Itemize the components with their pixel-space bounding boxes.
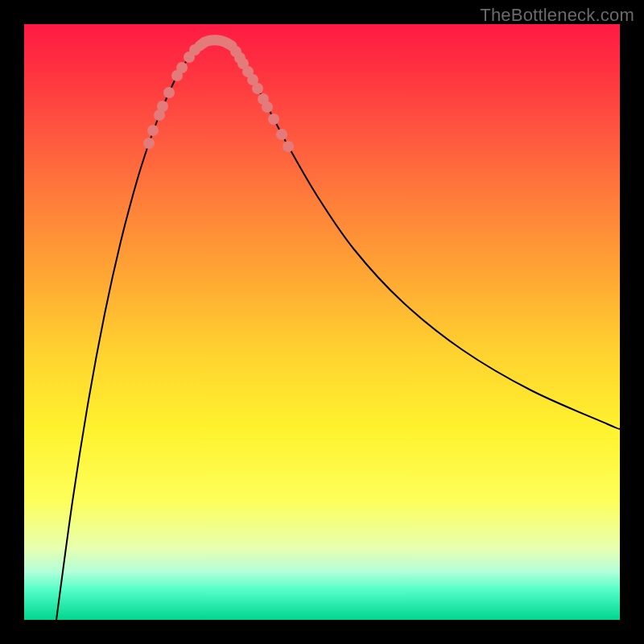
data-dot [176, 62, 188, 73]
data-dot [283, 141, 294, 152]
data-dot [163, 87, 175, 98]
data-dot [157, 101, 168, 112]
bottleneck-curve-chart [24, 24, 620, 620]
data-dot [252, 83, 263, 94]
data-dot [268, 114, 279, 125]
data-dot [276, 129, 287, 140]
chart-area [24, 24, 620, 620]
curve-right-branch [232, 46, 620, 429]
dots-left-cluster [143, 44, 200, 149]
curve-trough-highlight [200, 40, 232, 46]
data-dot [147, 125, 159, 136]
curve-left-branch [56, 46, 200, 620]
data-dot [189, 44, 200, 56]
dots-right-cluster [230, 46, 294, 152]
watermark-text: TheBottleneck.com [480, 5, 634, 26]
data-dot [143, 138, 155, 149]
data-dot [262, 101, 273, 113]
